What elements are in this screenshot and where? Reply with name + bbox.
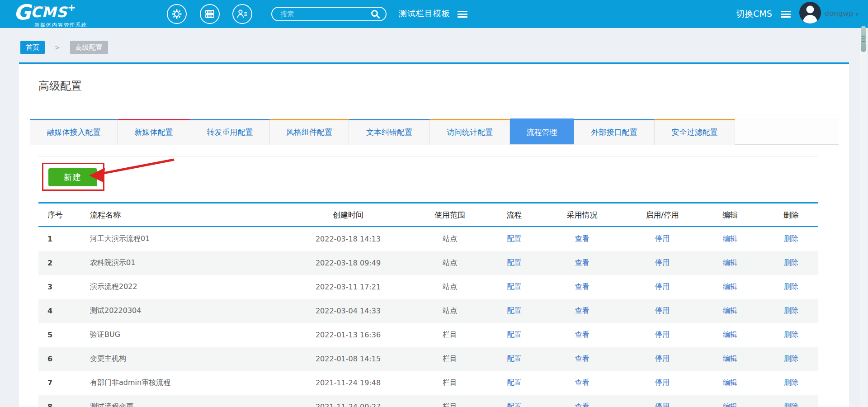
adoption-link[interactable]: 查看 — [575, 306, 590, 316]
adoption-link[interactable]: 查看 — [575, 402, 590, 407]
toggle-link[interactable]: 停用 — [655, 234, 670, 244]
table-row: 8测试流程变更2021-11-24 00:27栏目配置查看停用编辑删除 — [38, 395, 818, 407]
configure-link[interactable]: 配置 — [507, 402, 522, 407]
table-row: 3演示流程20222022-03-11 17:21站点配置查看停用编辑删除 — [38, 275, 818, 299]
scrollbar-track[interactable] — [860, 28, 867, 407]
toggle-link-cell: 停用 — [628, 323, 696, 347]
delete-link[interactable]: 删除 — [784, 258, 798, 268]
tab-4[interactable]: 风格组件配置 — [270, 119, 349, 145]
table-row: 7有部门非admin审核流程2021-11-24 19:48栏目配置查看停用编辑… — [38, 371, 818, 395]
adoption-link-cell: 查看 — [536, 275, 628, 299]
edit-link-cell: 编辑 — [696, 395, 764, 407]
tab-7-active[interactable]: 流程管理 — [510, 118, 574, 144]
toggle-link-cell: 停用 — [628, 299, 696, 323]
configure-link[interactable]: 配置 — [507, 282, 522, 292]
edit-link[interactable]: 编辑 — [723, 258, 737, 268]
switch-cms-button[interactable]: 切换CMS — [736, 8, 772, 20]
breadcrumb-current: 高级配置 — [70, 41, 108, 54]
flow-table: 序号流程名称创建时间使用范围流程采用情况启用/停用编辑删除 1河工大演示流程01… — [38, 202, 818, 407]
main-menu-icon[interactable] — [781, 9, 791, 19]
edit-link[interactable]: 编辑 — [723, 282, 737, 292]
content-manage-button[interactable] — [200, 4, 220, 24]
toggle-link[interactable]: 停用 — [655, 258, 670, 268]
search-icon[interactable] — [370, 9, 380, 19]
global-search — [271, 7, 387, 21]
scrollbar-thumb[interactable] — [861, 26, 866, 52]
tab-9[interactable]: 安全过滤配置 — [655, 119, 735, 145]
flow-name-cell: 测试20220304 — [79, 299, 289, 323]
new-button[interactable]: 新建 — [48, 168, 97, 186]
adoption-link[interactable]: 查看 — [575, 258, 590, 268]
adoption-link[interactable]: 查看 — [575, 234, 590, 244]
pane-divider — [38, 156, 818, 157]
title-divider — [19, 115, 849, 115]
current-template-label[interactable]: 测试栏目模板 — [399, 8, 450, 19]
delete-link[interactable]: 删除 — [784, 282, 798, 292]
avatar[interactable] — [799, 2, 821, 24]
delete-link[interactable]: 删除 — [784, 330, 798, 340]
adoption-link[interactable]: 查看 — [575, 378, 590, 388]
edit-link[interactable]: 编辑 — [723, 354, 737, 364]
configure-link[interactable]: 配置 — [507, 354, 522, 364]
tab-5[interactable]: 文本纠错配置 — [349, 119, 430, 145]
app-header: GpowerCMS+ 新媒体内容管理系统 — [0, 0, 868, 28]
scope-value-cell: 站点 — [407, 275, 493, 299]
scope-value-cell: 站点 — [407, 251, 493, 275]
toggle-link[interactable]: 停用 — [655, 282, 670, 292]
breadcrumb-home[interactable]: 首页 — [20, 41, 45, 54]
edit-link[interactable]: 编辑 — [723, 402, 737, 407]
edit-link[interactable]: 编辑 — [723, 378, 737, 388]
configure-link[interactable]: 配置 — [507, 330, 522, 340]
table-header: 序号流程名称创建时间使用范围流程采用情况启用/停用编辑删除 — [38, 202, 818, 227]
breadcrumb: 首页 > 高级配置 — [20, 41, 108, 54]
adoption-link[interactable]: 查看 — [575, 330, 590, 340]
created-time-cell: 2022-03-18 09:49 — [289, 251, 407, 275]
configure-link[interactable]: 配置 — [507, 306, 522, 316]
username-dropdown[interactable]: dongwp∨ — [825, 9, 859, 18]
search-input[interactable] — [272, 10, 370, 18]
delete-link[interactable]: 删除 — [784, 234, 798, 244]
toggle-link[interactable]: 停用 — [655, 402, 670, 407]
adoption-link-cell: 查看 — [536, 299, 628, 323]
edit-link-cell: 编辑 — [696, 323, 764, 347]
configure-link-cell: 配置 — [493, 299, 536, 323]
configure-link[interactable]: 配置 — [507, 234, 522, 244]
template-menu-icon[interactable] — [458, 9, 467, 19]
toggle-link[interactable]: 停用 — [655, 330, 670, 340]
settings-button[interactable] — [167, 4, 187, 24]
toggle-link[interactable]: 停用 — [655, 306, 670, 316]
toggle-link[interactable]: 停用 — [655, 354, 670, 364]
row-index-cell: 4 — [38, 299, 79, 323]
configure-link[interactable]: 配置 — [507, 258, 522, 268]
delete-link[interactable]: 删除 — [784, 354, 798, 364]
configure-link[interactable]: 配置 — [507, 378, 522, 388]
created-time-cell: 2022-03-11 17:21 — [289, 275, 407, 299]
toggle-link-cell: 停用 — [628, 347, 696, 371]
table-body: 1河工大演示流程012022-03-18 14:13站点配置查看停用编辑删除2农… — [38, 227, 818, 407]
edit-link[interactable]: 编辑 — [723, 234, 737, 244]
edit-link[interactable]: 编辑 — [723, 330, 737, 340]
tab-8[interactable]: 外部接口配置 — [574, 119, 655, 145]
row-index-cell: 3 — [38, 275, 79, 299]
delete-link[interactable]: 删除 — [784, 306, 798, 316]
delete-link-cell: 删除 — [764, 227, 818, 251]
user-manage-button[interactable] — [232, 4, 252, 24]
toggle-link[interactable]: 停用 — [655, 378, 670, 388]
delete-link-cell: 删除 — [764, 395, 818, 407]
chevron-down-icon: ∨ — [855, 11, 859, 17]
column-header: 序号 — [38, 204, 79, 226]
tab-6[interactable]: 访问统计配置 — [430, 119, 510, 145]
tab-2[interactable]: 新媒体配置 — [118, 119, 190, 145]
toggle-link-cell: 停用 — [628, 275, 696, 299]
delete-link-cell: 删除 — [764, 275, 818, 299]
edit-link[interactable]: 编辑 — [723, 306, 737, 316]
adoption-link[interactable]: 查看 — [575, 354, 590, 364]
delete-link[interactable]: 删除 — [784, 402, 798, 407]
row-index-cell: 6 — [38, 347, 79, 371]
delete-link[interactable]: 删除 — [784, 378, 798, 388]
adoption-link[interactable]: 查看 — [575, 282, 590, 292]
tab-3[interactable]: 转发重用配置 — [190, 119, 270, 145]
tab-1[interactable]: 融媒体接入配置 — [30, 119, 118, 145]
adoption-link-cell: 查看 — [536, 227, 628, 251]
toggle-link-cell: 停用 — [628, 395, 696, 407]
